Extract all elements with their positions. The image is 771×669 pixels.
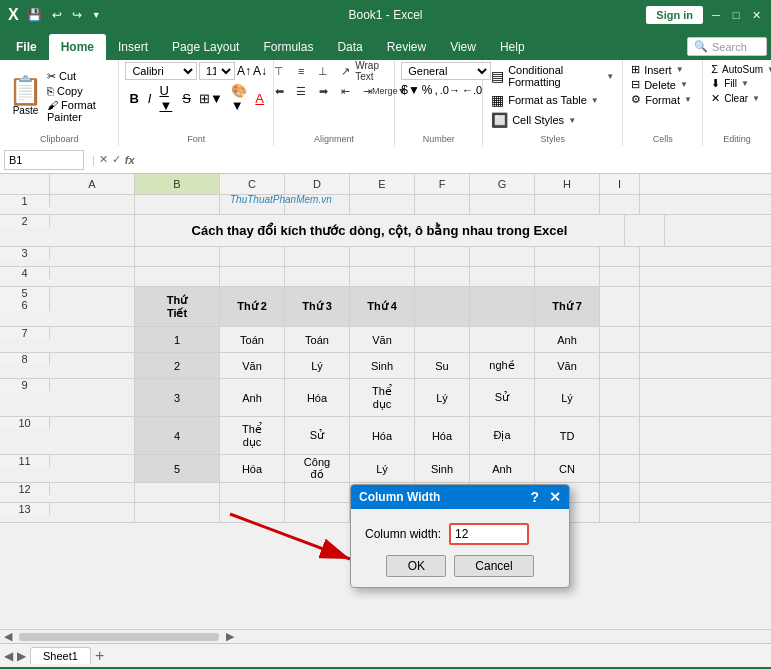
- decrease-decimal-button[interactable]: ←.0: [462, 84, 482, 96]
- cell-b9[interactable]: 3: [135, 379, 220, 416]
- signin-button[interactable]: Sign in: [646, 6, 703, 24]
- cell-d4[interactable]: [285, 267, 350, 286]
- cell-i2[interactable]: [625, 215, 665, 246]
- row-header-10[interactable]: 10: [0, 417, 50, 429]
- strikethrough-button[interactable]: S: [179, 90, 194, 107]
- cell-g8[interactable]: nghề: [470, 353, 535, 378]
- scroll-left-icon[interactable]: ◀: [0, 630, 16, 643]
- row-header-9[interactable]: 9: [0, 379, 50, 391]
- sheet-nav-right-icon[interactable]: ▶: [17, 649, 26, 663]
- cell-f10[interactable]: Hóa: [415, 417, 470, 454]
- dialog-cancel-button[interactable]: Cancel: [454, 555, 533, 577]
- cell-styles-button[interactable]: 🔲 Cell Styles ▼: [487, 110, 618, 130]
- format-painter-button[interactable]: 🖌 Format Painter: [47, 99, 112, 123]
- cell-b13[interactable]: [135, 503, 220, 522]
- row-header-12[interactable]: 12: [0, 483, 50, 495]
- center-button[interactable]: ☰: [291, 82, 311, 100]
- scroll-thumb-h[interactable]: [19, 633, 219, 641]
- cut-button[interactable]: ✂ ✂ CutCut: [47, 70, 112, 83]
- cell-e9[interactable]: Thểdục: [350, 379, 415, 416]
- cell-d1[interactable]: [285, 195, 350, 214]
- cell-b7[interactable]: 1: [135, 327, 220, 352]
- dialog-help-icon[interactable]: ?: [530, 489, 539, 505]
- cell-e1[interactable]: [350, 195, 415, 214]
- cell-g4[interactable]: [470, 267, 535, 286]
- column-width-input[interactable]: 12: [449, 523, 529, 545]
- fill-color-button[interactable]: 🎨▼: [228, 82, 251, 114]
- cell-i3[interactable]: [600, 247, 640, 266]
- font-color-button[interactable]: A: [252, 90, 267, 107]
- tab-view[interactable]: View: [438, 34, 488, 60]
- cell-a2[interactable]: [50, 215, 135, 246]
- cell-h3[interactable]: [535, 247, 600, 266]
- cell-d12[interactable]: [285, 483, 350, 502]
- qat-undo-icon[interactable]: ↩: [50, 6, 64, 24]
- cell-c11[interactable]: Hóa: [220, 455, 285, 482]
- cell-e56[interactable]: Thứ 4: [350, 287, 415, 326]
- cell-a13[interactable]: [50, 503, 135, 522]
- cell-a12[interactable]: [50, 483, 135, 502]
- cell-d10[interactable]: Sử: [285, 417, 350, 454]
- col-header-e[interactable]: E: [350, 174, 415, 194]
- currency-button[interactable]: $▼: [401, 83, 420, 97]
- underline-button[interactable]: U ▼: [156, 82, 177, 114]
- cell-h11[interactable]: CN: [535, 455, 600, 482]
- text-angle-button[interactable]: ↗: [335, 62, 355, 80]
- cell-f8[interactable]: Su: [415, 353, 470, 378]
- cell-b2[interactable]: Cách thay đổi kích thước dòng, cột, ô bằ…: [135, 215, 625, 246]
- cell-g11[interactable]: Anh: [470, 455, 535, 482]
- paste-button[interactable]: 📋 Paste: [6, 62, 45, 130]
- row-header-3[interactable]: 3: [0, 247, 50, 259]
- scroll-right-icon[interactable]: ▶: [222, 630, 238, 643]
- tab-review[interactable]: Review: [375, 34, 438, 60]
- cell-h7[interactable]: Anh: [535, 327, 600, 352]
- percent-button[interactable]: %: [422, 83, 433, 97]
- cell-c4[interactable]: [220, 267, 285, 286]
- cell-a7[interactable]: [50, 327, 135, 352]
- tab-data[interactable]: Data: [325, 34, 374, 60]
- cell-g1[interactable]: [470, 195, 535, 214]
- qat-redo-icon[interactable]: ↪: [70, 6, 84, 24]
- fill-button[interactable]: ⬇ Fill ▼: [707, 76, 767, 91]
- top-align-button[interactable]: ⊤: [269, 62, 289, 80]
- cell-d56[interactable]: Thứ 3: [285, 287, 350, 326]
- fx-icon[interactable]: fx: [125, 154, 135, 166]
- cell-g56[interactable]: [470, 287, 535, 326]
- cell-i4[interactable]: [600, 267, 640, 286]
- cell-h8[interactable]: Văn: [535, 353, 600, 378]
- cell-f3[interactable]: [415, 247, 470, 266]
- name-box[interactable]: B1: [4, 150, 84, 170]
- cell-b4[interactable]: [135, 267, 220, 286]
- col-header-g[interactable]: G: [470, 174, 535, 194]
- decrease-indent-button[interactable]: ⇤: [335, 82, 355, 100]
- increase-font-icon[interactable]: A↑: [237, 64, 251, 78]
- row-header-11[interactable]: 11: [0, 455, 50, 467]
- cell-a10[interactable]: [50, 417, 135, 454]
- autosum-button[interactable]: Σ AutoSum ▼: [707, 62, 767, 76]
- cell-i56[interactable]: [600, 287, 640, 326]
- cell-d9[interactable]: Hóa: [285, 379, 350, 416]
- horizontal-scrollbar[interactable]: ◀ ▶: [0, 629, 771, 643]
- cell-e3[interactable]: [350, 247, 415, 266]
- increase-decimal-button[interactable]: .0→: [440, 84, 460, 96]
- row-header-8[interactable]: 8: [0, 353, 50, 365]
- cell-h56[interactable]: Thứ 7: [535, 287, 600, 326]
- formula-input[interactable]: [141, 154, 767, 166]
- comma-button[interactable]: ,: [434, 83, 437, 97]
- cell-b3[interactable]: [135, 247, 220, 266]
- cell-g9[interactable]: Sử: [470, 379, 535, 416]
- col-header-b[interactable]: B: [135, 174, 220, 194]
- cell-g7[interactable]: [470, 327, 535, 352]
- corner-cell[interactable]: [0, 174, 50, 194]
- tab-insert[interactable]: Insert: [106, 34, 160, 60]
- cell-i9[interactable]: [600, 379, 640, 416]
- cell-c7[interactable]: Toán: [220, 327, 285, 352]
- cell-c3[interactable]: [220, 247, 285, 266]
- cell-c9[interactable]: Anh: [220, 379, 285, 416]
- cell-b12[interactable]: [135, 483, 220, 502]
- close-icon[interactable]: ✕: [749, 8, 763, 22]
- cell-c56[interactable]: Thứ 2: [220, 287, 285, 326]
- cell-c10[interactable]: Thểdục: [220, 417, 285, 454]
- cell-f56[interactable]: [415, 287, 470, 326]
- cell-a11[interactable]: [50, 455, 135, 482]
